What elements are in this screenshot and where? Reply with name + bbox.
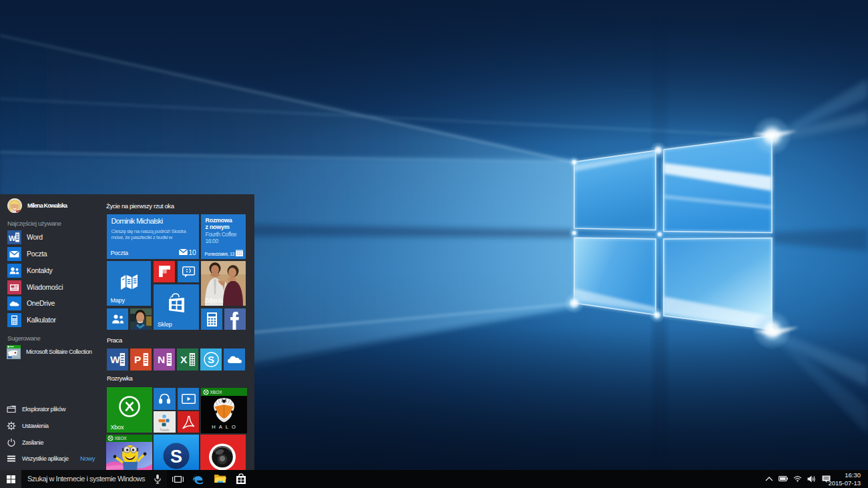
svg-text:XBOX: XBOX: [115, 436, 128, 441]
svg-text:X: X: [180, 354, 188, 365]
svg-text:S: S: [208, 354, 214, 365]
svg-text:S: S: [170, 447, 182, 467]
svg-text:XBOX: XBOX: [210, 390, 222, 395]
svg-text:W: W: [110, 354, 120, 365]
svg-text:P: P: [134, 354, 141, 365]
svg-text:W: W: [9, 234, 16, 242]
svg-text:N: N: [158, 354, 165, 365]
